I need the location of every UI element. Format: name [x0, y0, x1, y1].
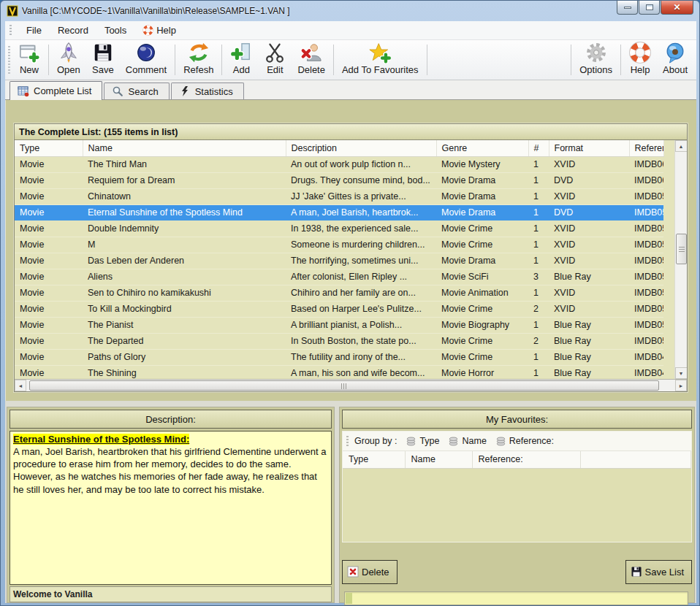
client-area: FileRecordToolsHelp NewOpenSaveCommentRe… [5, 21, 696, 603]
menu-item-record[interactable]: Record [50, 22, 96, 39]
tab-complete-list[interactable]: Complete List [9, 81, 102, 100]
table-cell: Das Leben der Anderen [83, 253, 286, 269]
table-cell: Chihiro and her family are on... [286, 285, 436, 301]
add-button[interactable]: Add [224, 42, 258, 78]
maximize-icon [646, 4, 653, 10]
group-by-name-button[interactable]: Name [445, 434, 492, 448]
column-header-name[interactable]: Name [83, 140, 286, 156]
favourites-column-name[interactable]: Name [405, 451, 472, 468]
menu-item-file[interactable]: File [18, 22, 50, 39]
column-header-description[interactable]: Description [286, 140, 436, 156]
tab-search[interactable]: Search [104, 83, 169, 99]
delete-favourite-button[interactable]: Delete [342, 560, 397, 584]
table-row[interactable]: MovieTo Kill a MockingbirdBased on Harpe… [15, 301, 663, 317]
vertical-scroll-thumb[interactable] [676, 234, 687, 264]
horizontal-scroll-thumb[interactable] [29, 380, 659, 391]
comment-button[interactable]: Comment [120, 42, 172, 78]
stack-icon [495, 436, 506, 447]
group-by-type-button[interactable]: Type [403, 434, 445, 448]
scroll-down-icon[interactable]: ▼ [675, 367, 688, 379]
table-cell: Movie [15, 253, 83, 269]
table-cell: The futility and irony of the... [286, 349, 436, 365]
favourites-header: My Favourites: [342, 410, 692, 429]
horizontal-scrollbar[interactable]: ◄ ► [15, 379, 687, 391]
table-row[interactable]: MovieThe Third ManAn out of work pulp fi… [15, 156, 663, 172]
table-cell: Movie Animation [436, 285, 528, 301]
favourites-column-type[interactable]: Type [343, 451, 405, 468]
toolbar-button-label: About [663, 64, 688, 75]
help-button[interactable]: Help [623, 42, 657, 78]
table-row[interactable]: MovieAliensAfter colonist, Ellen Ripley … [15, 269, 663, 285]
table-cell: IMDB060 [629, 172, 663, 188]
toolbar-button-label: Add [233, 64, 250, 75]
menu-item-label: Record [58, 25, 88, 36]
scroll-left-icon[interactable]: ◄ [15, 380, 26, 391]
table-row[interactable]: MovieThe ShiningA man, his son and wife … [15, 365, 663, 379]
column-header-type[interactable]: Type [15, 140, 83, 156]
window-title: Vanilla [C:\MYCODE~1\Vanilla\Vanilla\bin… [22, 6, 290, 16]
table-row[interactable]: MovieMSomeone is murdering children...Mo… [15, 237, 663, 253]
delete-button[interactable]: Delete [292, 42, 331, 78]
open-button[interactable]: Open [51, 42, 86, 78]
column-header-genre[interactable]: Genre [436, 140, 528, 156]
table-cell: Movie [15, 172, 83, 188]
table-cell: 1 [528, 156, 549, 172]
table-row[interactable]: MovieDas Leben der AnderenThe horrifying… [15, 253, 663, 269]
menu-item-help[interactable]: Help [134, 22, 184, 39]
about-button[interactable]: About [657, 42, 693, 78]
table-row[interactable]: MovieSen to Chihiro no kamikakushiChihir… [15, 285, 663, 301]
save-list-button[interactable]: Save List [625, 560, 692, 584]
new-button[interactable]: New [12, 42, 46, 78]
favourites-column-reference[interactable]: Reference: [472, 451, 580, 468]
table-cell: 3 [528, 269, 549, 285]
title-bar[interactable]: Vanilla [C:\MYCODE~1\Vanilla\Vanilla\bin… [1, 1, 699, 21]
table-row[interactable]: MovieDouble IndemnityIn 1938, the experi… [15, 220, 663, 237]
table-cell: DVD [549, 204, 629, 220]
comment-icon [135, 42, 157, 64]
toolbar-separator [333, 45, 334, 75]
table-cell: Movie [15, 156, 83, 172]
add-to-favourites-button[interactable]: Add To Favourites [336, 42, 425, 78]
table-row[interactable]: MovieRequiem for a DreamDrugs. They cons… [15, 172, 663, 188]
minimize-button[interactable] [617, 1, 638, 15]
table-cell: Double Indemnity [83, 220, 286, 237]
refresh-icon [188, 42, 210, 64]
table-cell: 1 [528, 349, 549, 365]
table-cell: DVD [549, 172, 629, 188]
menu-item-tools[interactable]: Tools [96, 22, 134, 39]
column-header-reference[interactable]: Reference: [629, 140, 663, 156]
stack-icon [406, 436, 416, 447]
menu-bar: FileRecordToolsHelp [5, 21, 696, 40]
group-by-label: Group by : [354, 436, 397, 446]
close-button[interactable]: ✕ [661, 1, 693, 15]
status-text: Welcome to Vanilla [13, 589, 92, 599]
table-cell: IMDB057 [629, 220, 663, 237]
maximize-button[interactable] [639, 1, 660, 15]
table-row[interactable]: MovieChinatownJJ 'Jake' Gittes is a priv… [15, 188, 663, 204]
save-button[interactable]: Save [86, 42, 120, 78]
table-row[interactable]: MovieThe PianistA brilliant pianist, a P… [15, 317, 663, 333]
options-button[interactable]: Options [574, 42, 618, 78]
refesh-button[interactable]: Refesh [178, 42, 219, 78]
table-row[interactable]: MoviePaths of GloryThe futility and iron… [15, 349, 663, 365]
column-header-format[interactable]: Format [549, 140, 629, 156]
tab-statistics[interactable]: Statistics [171, 83, 244, 99]
table-cell: To Kill a Mockingbird [83, 301, 286, 317]
scroll-right-icon[interactable]: ► [675, 380, 687, 391]
vertical-scrollbar[interactable]: ▲ ▼ [674, 140, 687, 379]
table-cell: In South Boston, the state po... [286, 333, 436, 349]
group-by-reference-button[interactable]: Reference: [492, 434, 560, 448]
search-icon [112, 85, 123, 97]
table-cell: XVID [549, 237, 629, 253]
table-cell: IMDB050 [629, 333, 663, 349]
table-cell: Movie [15, 237, 83, 253]
edit-icon [264, 42, 286, 64]
edit-button[interactable]: Edit [258, 42, 292, 78]
table-cell: JJ 'Jake' Gittes is a private... [286, 188, 436, 204]
favourites-column-filler [580, 451, 691, 468]
column-header-#[interactable]: # [528, 140, 549, 156]
table-cell: Movie Horror [436, 365, 528, 379]
table-row[interactable]: MovieThe DepartedIn South Boston, the st… [15, 333, 663, 349]
scroll-up-icon[interactable]: ▲ [675, 140, 688, 152]
table-row[interactable]: MovieEternal Sunshine of the Spotless Mi… [15, 204, 663, 220]
